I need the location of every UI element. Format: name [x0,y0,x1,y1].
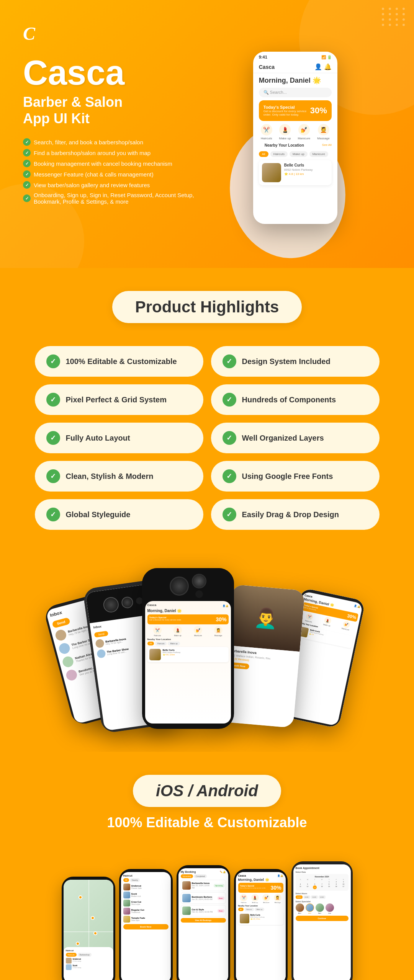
bottom-phone-appointment: Book Appointment Select Date November 20… [291,861,353,980]
highlight-item-9: ✓ Global Styleguide [35,499,203,530]
hero-section: C Casca Barber & Salon App UI Kit Search… [0,0,414,268]
showcase-phone-3-main: Casca 👤 🔔 Morning, Daniel 🌟 Today's Spec… [142,568,234,729]
hero-logo: C [23,23,391,44]
check-icon-7: ✓ [46,469,60,483]
check-icon-10: ✓ [223,508,236,521]
bottom-phones-grid: Haircut Haircuts Barbershop Undercut2.5 … [15,861,399,980]
hero-phone-display: 9:41 📶 🔋 Casca 👤 🔔 Morning, Daniel 🌟 🔍 S… [215,52,391,235]
bottom-phone-home: Casca👤 🔔 Morning, Daniel 🌟 Today's Speci… [234,869,288,980]
check-icon-6: ✓ [223,431,236,445]
highlight-item-3: ✓ Pixel Perfect & Grid System [35,384,203,415]
app-title: Casca [23,56,200,90]
hero-phone-mockup: 9:41 📶 🔋 Casca 👤 🔔 Morning, Daniel 🌟 🔍 S… [253,52,337,224]
appointment-screen: Book Appointment Select Date November 20… [293,864,351,980]
phone-search-bar: 🔍 Search... [259,88,332,97]
phone-banner: Today's Special Get a discount for every… [259,100,332,121]
sp3-screen: Casca 👤 🔔 Morning, Daniel 🌟 Today's Spec… [145,601,231,724]
highlights-badge: Product Highlights [112,291,302,323]
bottom-phone-haircut: Haircut All Nearby UndercutClassic fade … [119,869,173,980]
bottom-phones-section: Haircut Haircuts Barbershop Undercut2.5 … [0,854,414,980]
app-tagline: Barber & Salon App UI Kit [23,94,200,127]
salon-card: Belle Curls 8992 Nobre Parkway ⭐ 4.8 | 1… [259,160,332,185]
highlight-item-6: ✓ Well Organized Layers [211,423,380,453]
home-screen: Casca👤 🔔 Morning, Daniel 🌟 Today's Speci… [236,872,286,980]
phone-filter-tags: All Haircuts Make up Manicure [253,151,337,160]
haircut-screen: Haircut All Nearby UndercutClassic fade … [121,872,171,980]
hero-features-list: Search, filter, and book a barbershop/sa… [23,138,200,205]
hero-content: Casca Barber & Salon App UI Kit Search, … [23,52,391,235]
feature-item-5: View barber/salon gallery and review fea… [23,181,200,189]
highlight-item-1: ✓ 100% Editable & Customizable [35,346,203,377]
nearby-title: Nearby Your Location [259,143,310,150]
map-screen: Haircut Haircuts Barbershop Undercut2.5 … [64,880,113,980]
bottom-phone-booking: My Booking✏️ 🔔 Upcoming Completed Barbar… [177,865,230,980]
highlights-section: Product Highlights ✓ 100% Editable & Cus… [0,268,414,553]
check-icon-2: ✓ [223,354,236,368]
check-icon-9: ✓ [46,508,60,521]
phone-greeting: Morning, Daniel 🌟 [253,73,337,88]
bottom-phone-map: Haircut Haircuts Barbershop Undercut2.5 … [62,877,115,980]
feature-item-4: Messenger Feature (chat & calls manageme… [23,170,200,178]
highlights-grid: ✓ 100% Editable & Customizable ✓ Design … [35,346,380,530]
highlight-item-7: ✓ Clean, Stylish & Modern [35,461,203,492]
feature-item-6: Onboarding, Sign up, Sign in, Reset Pass… [23,192,200,205]
phone-categories: ✂️Haircuts 💄Make up 💅Manicure 💆Massage [253,124,337,143]
feature-item-1: Search, filter, and book a barbershop/sa… [23,138,200,146]
feature-item-3: Booking management with cancel booking m… [23,160,200,167]
check-icon-4: ✓ [223,393,236,407]
platform-section: iOS / Android 100% Editable & Customizab… [0,752,414,854]
platform-subtitle: 100% Editable & Customizable [23,815,391,831]
salon-image [262,163,281,182]
phone-header-bar: Casca 👤 🔔 [253,61,337,73]
hero-left: Casca Barber & Salon App UI Kit Search, … [23,52,200,205]
highlight-item-5: ✓ Fully Auto Layout [35,423,203,453]
check-icon-8: ✓ [223,469,236,483]
phone-status-bar: 9:41 📶 🔋 [253,52,337,61]
highlight-item-8: ✓ Using Google Free Fonts [211,461,380,492]
check-icon-5: ✓ [46,431,60,445]
highlight-item-2: ✓ Design System Included [211,346,380,377]
booking-screen: My Booking✏️ 🔔 Upcoming Completed Barbar… [178,868,228,980]
salon-info: Belle Curls 8992 Nobre Parkway ⭐ 4.8 | 1… [284,163,329,182]
check-icon-1: ✓ [46,354,60,368]
check-icon-3: ✓ [46,393,60,407]
platform-badge: iOS / Android [133,775,281,807]
showcase-section: Inbox Send Barbarella InovaHey, I'll be … [0,553,414,752]
decorative-dots [382,8,406,26]
highlight-item-4: ✓ Hundreds of Components [211,384,380,415]
highlight-item-10: ✓ Easily Drag & Drop Design [211,499,380,530]
feature-item-2: Find a barbershop/salon around you with … [23,149,200,157]
